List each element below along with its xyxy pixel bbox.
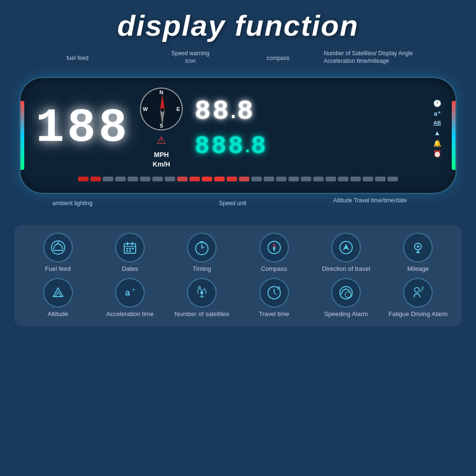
svg-point-43	[415, 288, 419, 292]
accel-svg: a +	[121, 284, 139, 301]
fuel-feed-icon-circle	[43, 233, 73, 262]
feature-accel: a + Acceleration time	[99, 278, 161, 318]
satellites-svg	[193, 284, 210, 301]
led-26	[387, 177, 398, 181]
compass-icon-svg	[266, 239, 283, 256]
speed-digit-2: 8	[66, 105, 97, 152]
direction-icon-circle	[331, 233, 361, 262]
svg-rect-13	[129, 250, 131, 252]
compass-feature-label: Compass	[261, 265, 287, 273]
svg-line-35	[202, 288, 205, 291]
travel-time-icon-circle	[259, 278, 289, 307]
feature-mileage: Mileage	[387, 233, 449, 273]
led-9	[177, 177, 188, 181]
led-20	[313, 177, 324, 181]
speed-digit-3: 8	[98, 105, 128, 152]
page-wrapper: display function fuel feed Speed warning…	[0, 0, 476, 326]
fuel-feed-label: fuel feed	[67, 55, 89, 62]
speed-warning-icon: ⚠	[157, 134, 166, 147]
speed-display: 1 8 8	[35, 105, 128, 152]
bottom-dot: .	[245, 136, 250, 157]
compass-display: N S E W	[140, 88, 183, 130]
feature-satellites: Number of satellites	[171, 278, 233, 318]
altitude-svg	[50, 284, 67, 301]
speeding-alarm-feature-label: Speeding Alarm	[324, 310, 368, 318]
led-strip	[35, 175, 441, 183]
travel-time-feature-label: Travel time	[259, 310, 289, 318]
satellites-icon-circle	[187, 278, 217, 307]
timing-svg	[193, 239, 210, 256]
led-18	[288, 177, 299, 181]
mileage-icon-circle	[403, 233, 433, 262]
top-display-row: 8 8 . 8	[195, 96, 425, 127]
led-11	[202, 177, 212, 181]
feature-fatigue-alarm: z Z Fatigue Driving Alarm	[387, 278, 449, 318]
svg-text:a: a	[125, 288, 130, 298]
features-row-1: Fuel feed Dates	[22, 233, 454, 273]
dates-feature-label: Dates	[122, 265, 138, 273]
speed-unit-label: Speed unit	[219, 200, 246, 208]
led-25	[375, 177, 386, 181]
ambient-lighting-label: ambient lighting	[52, 200, 92, 208]
bottom-digit-4: 8	[251, 132, 267, 160]
led-22	[338, 177, 348, 181]
timer-side-icon: ⏰	[433, 150, 441, 157]
led-4	[115, 177, 126, 181]
svg-text:?: ?	[347, 293, 349, 298]
svg-point-32	[200, 291, 203, 294]
dates-svg	[121, 239, 139, 256]
speeding-alarm-icon-circle: ?	[331, 278, 361, 307]
led-16	[264, 177, 274, 181]
side-icons-panel: 🕐 a⁺ AB ▲ 🔔 ⏰	[429, 100, 441, 157]
svg-point-26	[417, 246, 419, 248]
mileage-svg	[409, 239, 426, 256]
center-section: N S E W ⚠ MPH Km/	[133, 88, 190, 169]
bottom-display-row: 8 8 8 . 8	[195, 132, 425, 160]
led-3	[103, 177, 113, 181]
feature-direction: Direction of travel	[315, 233, 377, 273]
fatigue-alarm-icon-circle: z Z	[403, 278, 433, 307]
led-6	[140, 177, 150, 181]
bottom-digit-3: 8	[228, 132, 244, 160]
feature-timing: Timing	[171, 233, 233, 273]
svg-text:Z: Z	[421, 286, 424, 290]
mileage-feature-label: Mileage	[407, 265, 429, 273]
direction-svg	[337, 239, 355, 256]
satellites-feature-label: Number of satellites	[175, 310, 229, 318]
led-8	[165, 177, 175, 181]
led-21	[326, 177, 336, 181]
svg-rect-11	[132, 248, 134, 249]
compass-label: compass	[267, 55, 289, 62]
feature-dates: Dates	[99, 233, 161, 273]
clock-side-icon: 🕐	[433, 100, 441, 107]
fatigue-alarm-svg: z Z	[409, 284, 426, 301]
led-2	[90, 177, 101, 181]
top-digit-3: 8	[237, 96, 254, 127]
dates-icon-circle	[115, 233, 145, 262]
led-5	[128, 177, 138, 181]
right-numeric-section: 8 8 . 8 8 8 8 . 8	[195, 96, 425, 160]
svg-rect-9	[126, 248, 128, 249]
altitude-info-label: Altitude Travel time/time/date	[333, 197, 438, 205]
led-15	[251, 177, 262, 181]
feature-altitude: Altitude	[27, 278, 89, 318]
svg-point-34	[198, 287, 200, 288]
ab-side-icon: AB	[434, 120, 441, 126]
feature-travel-time: Travel time	[243, 278, 305, 318]
fuel-feed-svg	[50, 239, 67, 256]
hud-container: fuel feed Speed warning icon compass Num…	[19, 50, 457, 218]
labels-above-row: fuel feed Speed warning icon compass Num…	[38, 50, 438, 74]
accel-icon-circle: a +	[115, 278, 145, 307]
led-1	[78, 177, 89, 181]
led-10	[189, 177, 200, 181]
speed-digit-1: 1	[35, 105, 65, 152]
feature-fuel-feed: Fuel feed	[27, 233, 89, 273]
speed-unit-display: MPH Km/H	[153, 150, 170, 169]
led-23	[350, 177, 361, 181]
mountain-side-icon: ▲	[434, 129, 441, 136]
hud-display: 1 8 8 N S E W	[19, 77, 457, 194]
svg-marker-0	[160, 94, 165, 110]
travel-time-svg	[266, 284, 283, 301]
svg-line-39	[274, 293, 277, 295]
altitude-feature-label: Altitude	[48, 310, 68, 318]
